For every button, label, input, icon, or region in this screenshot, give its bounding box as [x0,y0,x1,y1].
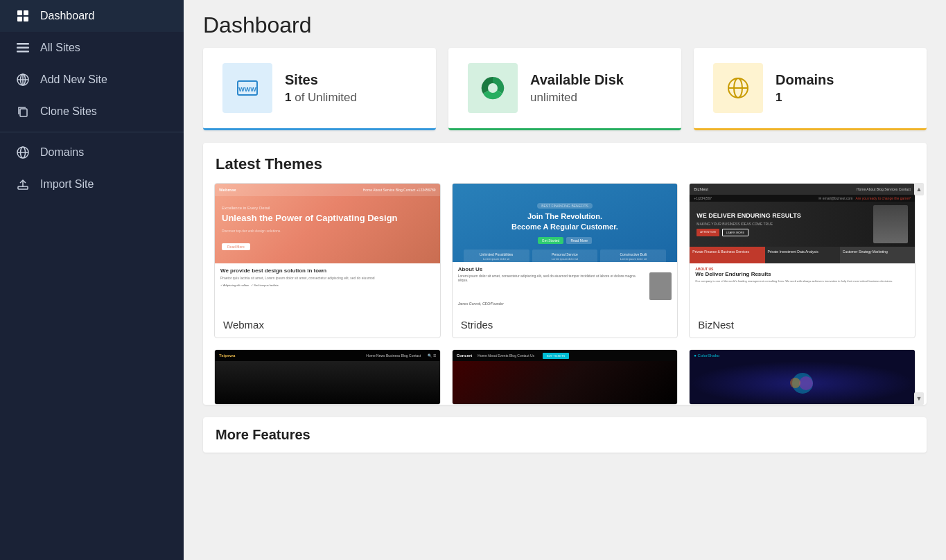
theme-item-strides[interactable]: BEST FINANCING BENEFITS Join The Revolut… [452,183,678,338]
webmax-nav: Webmax Home About Service Blog Contact +… [215,184,440,196]
tsipewa-nav: Tsipewa Home News Business Blog Contact … [215,350,440,361]
disk-value: unlimited [530,91,624,105]
svg-rect-2 [17,17,22,21]
dashboard-icon [15,10,30,22]
sidebar-item-add-new-site-label: Add New Site [40,73,107,86]
themes-row2: Tsipewa Home News Business Blog Contact … [203,349,927,405]
upload-icon [15,178,30,191]
more-features-section: More Features [203,417,927,453]
biznest-nav: BizNest Home About Blog Services Contact [690,184,915,195]
biznest-thumbnail: BizNest Home About Blog Services Contact… [690,184,915,312]
themes-scroll-container: Webmax Home About Service Blog Contact +… [203,183,927,405]
latest-themes-title: Latest Themes [203,155,927,183]
latest-themes-section: Latest Themes Webmax Home About Service … [203,143,927,405]
disk-stat-card[interactable]: Available Disk unlimited [448,48,681,130]
svg-rect-4 [17,43,29,45]
sidebar-item-dashboard[interactable]: Dashboard [0,0,184,32]
svg-text:WWW: WWW [238,86,256,93]
strides-name: Strides [453,312,678,338]
copy-icon [15,106,30,117]
strides-thumbnail: BEST FINANCING BENEFITS Join The Revolut… [453,184,678,312]
sites-value: 1 of Unlimited [285,91,357,105]
sidebar-divider [0,132,184,132]
sites-label: Sites [285,72,357,88]
sidebar-item-import-site[interactable]: Import Site [0,168,184,200]
theme-item-tsipewa[interactable]: Tsipewa Home News Business Blog Contact … [214,349,441,405]
svg-rect-11 [20,109,27,116]
sites-stat-card[interactable]: WWW Sites 1 of Unlimited [203,48,436,130]
svg-rect-3 [24,17,28,21]
svg-rect-1 [24,10,28,15]
biznest-name: BizNest [690,312,915,338]
sites-icon: WWW [222,63,272,113]
sidebar-item-add-new-site[interactable]: Add New Site [0,64,184,96]
strides-hero: BEST FINANCING BENEFITS Join The Revolut… [453,184,678,270]
scroll-up-arrow[interactable]: ▲ [914,183,924,195]
domains-value: 1 [776,91,834,105]
domains-icon [713,63,763,113]
webmax-bottom: We provide best design solution in town … [215,263,440,312]
webmax-name: Webmax [215,312,440,338]
sidebar-item-clone-sites[interactable]: Clone Sites [0,96,184,128]
svg-rect-5 [17,47,29,49]
disk-icon [468,63,518,113]
svg-point-20 [488,83,498,93]
sidebar-item-import-site-label: Import Site [40,178,94,191]
strides-about: About Us Lorem ipsum dolor sit amet, con… [453,262,678,312]
theme-item-webmax[interactable]: Webmax Home About Service Blog Contact +… [214,183,441,338]
webmax-thumbnail: Webmax Home About Service Blog Contact +… [215,184,440,312]
webmax-hero: Excellence in Every Detail Unleash the P… [215,196,440,256]
theme-item-biznest[interactable]: BizNest Home About Blog Services Contact… [689,183,916,338]
list-icon [15,43,30,53]
sites-stat-text: Sites 1 of Unlimited [285,72,357,105]
svg-rect-6 [17,51,29,53]
domains-label: Domains [776,72,834,88]
concert-nav: Concert Home About Events Blog Contact U… [453,350,678,361]
themes-grid: Webmax Home About Service Blog Contact +… [203,183,927,349]
domains-stat-card[interactable]: Domains 1 [694,48,927,130]
biznest-hero: WE DELIVER ENDURING RESULTS MAKING YOUR … [690,202,915,247]
globe-add-icon [15,73,30,86]
scroll-down-arrow[interactable]: ▼ [914,392,924,405]
sidebar-item-dashboard-label: Dashboard [40,10,94,22]
sidebar: Dashboard All Sites Add New Site Clone S… [0,0,184,560]
svg-rect-0 [17,10,22,15]
themes-scrollbar: ▲ ▼ [914,183,924,405]
disk-label: Available Disk [530,72,624,88]
sidebar-item-all-sites[interactable]: All Sites [0,32,184,64]
theme-item-colorshako[interactable]: ● ColorShako [689,349,916,405]
sidebar-item-all-sites-label: All Sites [40,42,80,54]
more-features-title: More Features [216,427,914,443]
biznest-about: ABOUT US We Deliver Enduring Results Our… [690,263,915,312]
main-content: Dashboard WWW Sites 1 of Unlimited [184,0,946,560]
globe-icon [15,146,30,159]
theme-item-concert[interactable]: Concert Home About Events Blog Contact U… [452,349,678,405]
stats-row: WWW Sites 1 of Unlimited Available [184,48,946,143]
sidebar-item-domains-label: Domains [40,146,84,159]
domains-stat-text: Domains 1 [776,72,834,105]
page-title: Dashboard [184,0,946,48]
sidebar-item-clone-sites-label: Clone Sites [40,105,97,118]
disk-stat-text: Available Disk unlimited [530,72,624,105]
sidebar-item-domains[interactable]: Domains [0,137,184,168]
